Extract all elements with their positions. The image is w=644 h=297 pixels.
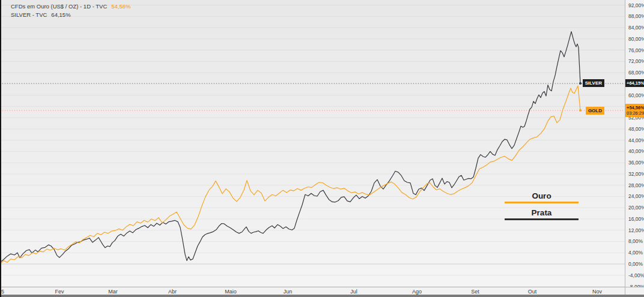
gold-last-price-value: +54,56% [627, 105, 644, 110]
x-axis-label: 2025 [0, 289, 11, 295]
y-axis-tick-label: 36,00% [628, 160, 644, 166]
x-axis-label: Set [462, 289, 488, 295]
y-axis-tick-label: 68,00% [628, 70, 644, 76]
silver-price-tag: SILVER [583, 79, 604, 87]
y-axis-tick-label: 40,00% [628, 148, 644, 154]
y-axis-tick-label: 12,00% [628, 227, 644, 233]
y-axis-tick-label: 8,00% [628, 238, 643, 244]
window-left-edge [0, 0, 1, 297]
series-end-dot [579, 82, 582, 85]
silver-series-line [0, 32, 580, 263]
y-axis-tick-label: 44,00% [628, 137, 644, 143]
gold-price-tag: GOLD [586, 107, 604, 115]
y-axis-tick-label: 48,00% [628, 126, 644, 132]
x-axis-label: Jul [341, 289, 367, 295]
y-axis-tick-label: 80,00% [628, 36, 644, 42]
y-axis-tick-label: 4,00% [628, 250, 643, 256]
gold-last-price-badge: +54,56% 03:26:29 [625, 104, 644, 117]
silver-change-value: 64,15% [51, 11, 70, 18]
gold-change-value: 54,56% [111, 3, 130, 10]
y-axis-tick-label: 92,00% [628, 2, 644, 8]
silver-last-price-value: +64,15% [627, 80, 644, 86]
gold-countdown-timer: 03:26:29 [627, 110, 644, 116]
time-scale-separator [0, 287, 644, 287]
x-axis-label: Maio [217, 289, 244, 295]
legend-row-silver[interactable]: SILVER - TVC64,15% [11, 11, 131, 19]
legend-row-gold[interactable]: CFDs em Ouro (US$ / OZ) - 1D - TVC54,56% [11, 2, 131, 11]
price-scale[interactable]: 92,00%88,00%84,00%80,00%76,00%72,00%68,0… [625, 0, 644, 287]
x-axis-label: Out [519, 289, 545, 295]
price-chart-pane[interactable]: CFDs em Ouro (US$ / OZ) - 1D - TVC54,56%… [0, 0, 625, 287]
x-axis-label: Abr [159, 289, 186, 295]
y-axis-tick-label: -4,00% [628, 272, 644, 278]
y-axis-tick-label: 0,00% [628, 261, 643, 267]
y-axis-tick-label: 60,00% [628, 92, 644, 98]
chart-canvas [0, 0, 625, 287]
window-bottom-edge [0, 295, 644, 297]
y-axis-tick-label: 16,00% [628, 216, 644, 222]
price-scale-separator [625, 0, 625, 297]
legend-silver-swatch [505, 218, 579, 220]
gold-series-line [0, 86, 580, 264]
x-axis-label: Jun [275, 289, 301, 295]
y-axis-tick-label: 88,00% [628, 13, 644, 19]
y-axis-tick-label: 76,00% [628, 47, 644, 53]
silver-symbol-title: SILVER - TVC [11, 11, 47, 18]
x-axis-label: Ago [404, 289, 430, 295]
series-legend-annotation[interactable]: Ouro Prata [505, 191, 579, 220]
y-axis-tick-label: 32,00% [628, 171, 644, 177]
trading-chart-window: CFDs em Ouro (US$ / OZ) - 1D - TVC54,56%… [0, 0, 644, 297]
time-scale[interactable]: 2025FevMarAbrMaioJunJulAgoSetOutNov [0, 287, 625, 295]
gold-symbol-title: CFDs em Ouro (US$ / OZ) - 1D - TVC [11, 3, 107, 10]
legend-gold-label: Ouro [505, 191, 579, 200]
scales-corner [625, 287, 644, 295]
y-axis-tick-label: 84,00% [628, 25, 644, 31]
y-axis-tick-label: 28,00% [628, 182, 644, 188]
x-axis-label: Mar [100, 289, 126, 295]
symbol-legend: CFDs em Ouro (US$ / OZ) - 1D - TVC54,56%… [11, 2, 131, 19]
legend-silver-label: Prata [505, 208, 579, 217]
x-axis-label: Fev [46, 289, 73, 295]
legend-gold-swatch [505, 202, 579, 203]
series-end-dot [579, 109, 582, 112]
y-axis-tick-label: 72,00% [628, 58, 644, 64]
x-axis-label: Nov [584, 289, 610, 295]
y-axis-tick-label: 24,00% [628, 193, 644, 199]
silver-last-price-badge: +64,15% [625, 79, 644, 87]
y-axis-tick-label: 20,00% [628, 205, 644, 211]
